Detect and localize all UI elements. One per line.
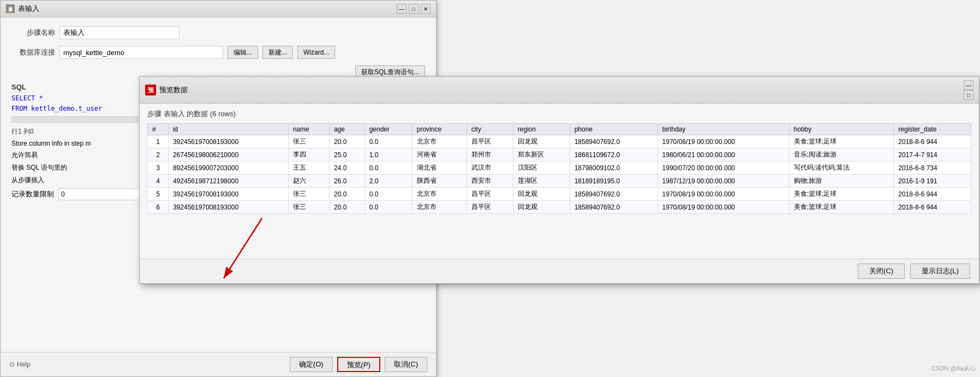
row-num: 4 bbox=[148, 175, 169, 188]
table-cell: 张三 bbox=[288, 201, 329, 214]
col-name: name bbox=[288, 124, 329, 135]
table-cell: 267456198006210000 bbox=[168, 148, 288, 161]
table-cell: 河南省 bbox=[412, 148, 467, 161]
table-cell: 1970/08/19 00:00:00.000 bbox=[658, 135, 789, 148]
table-cell: 492456198712198000 bbox=[168, 175, 288, 188]
bg-bottom-bar: ⊙ Help 确定(O) 预览(P) 取消(C) bbox=[1, 352, 436, 376]
table-cell: 2018-8-6 944 bbox=[894, 135, 971, 148]
table-cell: 赵六 bbox=[288, 175, 329, 188]
data-table-container[interactable]: # id name age gender province city regio… bbox=[147, 123, 971, 214]
replace-sql-label: 替换 SQL 语句里的 bbox=[11, 163, 67, 172]
preview-icon: 预 bbox=[145, 85, 156, 95]
table-cell: 北京市 bbox=[412, 135, 467, 148]
row-num: 6 bbox=[148, 201, 169, 214]
new-button[interactable]: 新建... bbox=[262, 46, 293, 59]
step-name-input[interactable] bbox=[59, 26, 180, 39]
col-hash: # bbox=[148, 124, 169, 135]
table-cell: 郑州市 bbox=[467, 148, 513, 161]
bg-maximize-btn[interactable]: □ bbox=[409, 4, 419, 14]
table-header-row: # id name age gender province city regio… bbox=[148, 124, 971, 135]
step-name-label: 步骤名称 bbox=[11, 28, 55, 38]
preview-title-bar: 预 预览数据 — □ bbox=[140, 77, 979, 104]
table-cell: 2016-1-9 191 bbox=[894, 175, 971, 188]
table-cell: 18681109672.0 bbox=[570, 148, 658, 161]
table-row: 2267456198006210000李四25.01.0河南省郑州市郑东新区18… bbox=[148, 148, 971, 161]
table-cell: 0.0 bbox=[364, 135, 412, 148]
table-cell: 18589407692.0 bbox=[570, 201, 658, 214]
data-table: # id name age gender province city regio… bbox=[147, 123, 971, 214]
row-num: 3 bbox=[148, 161, 169, 175]
table-cell: 20.0 bbox=[329, 188, 364, 201]
preview-subtitle: 步骤 表输入 的数据 (6 rows) bbox=[147, 109, 971, 119]
bg-close-btn[interactable]: ✕ bbox=[421, 4, 431, 14]
table-cell: 莲湖区 bbox=[513, 175, 570, 188]
col-province: province bbox=[412, 124, 467, 135]
store-col-label: Store column info in step m bbox=[11, 140, 91, 147]
table-cell: 购物;旅游 bbox=[789, 175, 894, 188]
col-phone: phone bbox=[570, 124, 658, 135]
preview-minimize-btn[interactable]: — bbox=[964, 80, 973, 90]
table-cell: 郑东新区 bbox=[513, 148, 570, 161]
table-cell: 18589407692.0 bbox=[570, 188, 658, 201]
table-cell: 1990/07/20 00:00:00.000 bbox=[658, 161, 789, 175]
table-cell: 392456197008193000 bbox=[168, 201, 288, 214]
cancel-button[interactable]: 取消(C) bbox=[385, 357, 427, 372]
table-cell: 2018-8-6 944 bbox=[894, 201, 971, 214]
table-cell: 西安市 bbox=[467, 175, 513, 188]
col-region: region bbox=[513, 124, 570, 135]
table-cell: 武汉市 bbox=[467, 161, 513, 175]
record-limit-label: 记录数量限制 bbox=[11, 189, 54, 199]
table-cell: 25.0 bbox=[329, 148, 364, 161]
table-cell: 1987/12/19 00:00:00.000 bbox=[658, 175, 789, 188]
table-cell: 18798009102.0 bbox=[570, 161, 658, 175]
table-row: 6392456197008193000张三20.00.0北京市昌平区回龙观185… bbox=[148, 201, 971, 214]
preview-button[interactable]: 预览(P) bbox=[337, 357, 380, 372]
table-cell: 昌平区 bbox=[467, 188, 513, 201]
preview-window: 预 预览数据 — □ 步骤 表输入 的数据 (6 rows) # id name… bbox=[139, 76, 979, 284]
preview-close-button[interactable]: 关闭(C) bbox=[858, 264, 905, 279]
db-connect-input[interactable] bbox=[59, 46, 223, 59]
table-cell: 26.0 bbox=[329, 175, 364, 188]
bg-minimize-btn[interactable]: — bbox=[397, 4, 407, 14]
table-cell: 0.0 bbox=[364, 161, 412, 175]
wizard-button[interactable]: Wizard... bbox=[297, 46, 335, 59]
csdn-watermark: CSDN @Aa从心 bbox=[931, 364, 976, 373]
table-cell: 0.0 bbox=[364, 188, 412, 201]
col-hobby: hobby bbox=[789, 124, 894, 135]
preview-title: 预览数据 bbox=[159, 85, 188, 95]
insert-step-label: 从步骤插入 bbox=[11, 176, 44, 185]
table-cell: 392456197008193000 bbox=[168, 188, 288, 201]
table-cell: 892456199007203000 bbox=[168, 161, 288, 175]
table-cell: 回龙观 bbox=[513, 188, 570, 201]
table-cell: 美食;篮球;足球 bbox=[789, 201, 894, 214]
table-row: 5392456197008193000张三20.00.0北京市昌平区回龙观185… bbox=[148, 188, 971, 201]
preview-bottom-bar: 关闭(C) 显示日志(L) bbox=[140, 259, 979, 283]
table-cell: 美食;篮球;足球 bbox=[789, 135, 894, 148]
table-cell: 2016-6-8 734 bbox=[894, 161, 971, 175]
table-cell: 回龙观 bbox=[513, 135, 570, 148]
col-age: age bbox=[329, 124, 364, 135]
table-row: 1392456197008193000张三20.00.0北京市昌平区回龙观185… bbox=[148, 135, 971, 148]
preview-maximize-btn[interactable]: □ bbox=[964, 90, 973, 100]
table-cell: 李四 bbox=[288, 148, 329, 161]
help-section: ⊙ Help bbox=[9, 361, 31, 368]
table-cell: 1970/08/19 00:00:00.000 bbox=[658, 201, 789, 214]
col-birthday: birthday bbox=[658, 124, 789, 135]
row-num: 2 bbox=[148, 148, 169, 161]
row-num: 5 bbox=[148, 188, 169, 201]
show-log-button[interactable]: 显示日志(L) bbox=[910, 264, 970, 279]
table-cell: 张三 bbox=[288, 135, 329, 148]
table-cell: 1.0 bbox=[364, 148, 412, 161]
confirm-button[interactable]: 确定(O) bbox=[290, 357, 333, 372]
bg-title-bar: 📋 表输入 — □ ✕ bbox=[1, 1, 436, 17]
table-cell: 北京市 bbox=[412, 188, 467, 201]
allow-lazy-label: 允许简易 bbox=[11, 151, 38, 160]
table-cell: 0.0 bbox=[364, 201, 412, 214]
table-cell: 北京市 bbox=[412, 201, 467, 214]
help-label: Help bbox=[17, 361, 31, 368]
edit-button[interactable]: 编辑... bbox=[228, 46, 258, 59]
col-register-date: register_date bbox=[894, 124, 971, 135]
table-cell: 美食;篮球;足球 bbox=[789, 188, 894, 201]
table-cell: 王五 bbox=[288, 161, 329, 175]
table-cell: 24.0 bbox=[329, 161, 364, 175]
